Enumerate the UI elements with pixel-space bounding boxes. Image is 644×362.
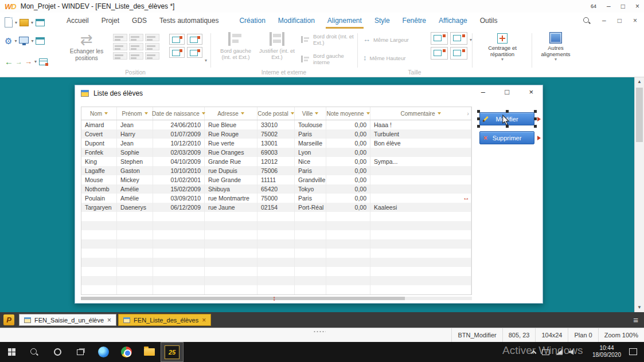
form-minimize-button[interactable]: – (481, 88, 485, 96)
size-option-icon[interactable] (450, 32, 467, 45)
ribbon-tab-6[interactable]: Modification (272, 13, 321, 29)
column-header-5[interactable]: Code postal (257, 107, 295, 120)
filter-funnel-icon[interactable] (366, 112, 370, 115)
document-restore-button[interactable]: □ (618, 17, 622, 25)
scroll-down-icon[interactable]: ▼ (635, 303, 644, 312)
column-header-6[interactable]: Ville (295, 107, 326, 120)
selection-handle[interactable] (534, 110, 537, 113)
size-option-icon[interactable] (450, 47, 467, 60)
scrollbar-thumb[interactable] (636, 88, 643, 142)
document-minimize-button[interactable]: – (602, 17, 606, 25)
tray-expand-icon[interactable] (531, 350, 537, 356)
meme-largeur-button[interactable]: ↔ Même Largeur (363, 36, 426, 44)
task-view-button[interactable] (69, 342, 92, 362)
go-forward-icon[interactable]: → (15, 58, 22, 65)
status-field-2[interactable]: 805, 23 (502, 328, 536, 342)
taskbar-clock[interactable]: 10:44 18/09/2020 (592, 345, 621, 359)
start-button[interactable] (0, 342, 23, 362)
document-close-button[interactable]: × (633, 17, 637, 25)
network-tray-icon[interactable] (556, 349, 563, 355)
column-header-3[interactable]: Date de naissance (153, 107, 205, 120)
ribbon-tab-7[interactable]: Alignement (321, 13, 368, 29)
taskbar-search-button[interactable] (23, 342, 46, 362)
selection-handle[interactable] (534, 125, 537, 128)
chevron-down-icon[interactable]: ▾ (475, 57, 529, 62)
restore-button[interactable]: □ (621, 2, 625, 10)
chevron-down-icon[interactable]: ▾ (15, 20, 17, 25)
minimize-button[interactable]: – (607, 2, 611, 10)
ribbon-tab-10[interactable]: Affichage (432, 13, 474, 29)
chevron-down-icon[interactable]: ▾ (31, 20, 33, 25)
filter-funnel-icon[interactable] (241, 112, 244, 115)
status-field-1[interactable]: BTN_Modifier (451, 328, 502, 342)
edge-button[interactable] (92, 342, 115, 362)
filter-funnel-icon[interactable] (104, 112, 108, 115)
bord-gauche-button[interactable]: Bord gauche (Int. et Ext.) (217, 32, 254, 60)
size-option-icon[interactable] (431, 32, 448, 45)
column-header-7[interactable]: Note moyenne (326, 107, 370, 120)
chevron-down-icon[interactable]: ▾ (535, 57, 576, 62)
align-bottom-icon[interactable] (145, 43, 159, 50)
scrollbar-thumb[interactable] (81, 297, 405, 300)
align-left-icon[interactable] (113, 34, 127, 41)
position-option-icon[interactable] (169, 47, 185, 58)
column-header-1[interactable]: Nom (81, 107, 117, 120)
action-center-icon[interactable] (629, 348, 637, 355)
status-field-3[interactable]: 104x24 (535, 328, 568, 342)
align-right-icon[interactable] (145, 34, 159, 41)
scroll-up-icon[interactable]: ▲ (635, 77, 644, 86)
position-option-icon[interactable] (187, 34, 202, 45)
ribbon-tab-5[interactable]: Création (233, 13, 271, 29)
designed-window[interactable]: Liste des élèves – □ × NomPrénomDate de … (75, 85, 543, 304)
align-center-icon[interactable] (129, 34, 143, 41)
status-field-4[interactable]: Plan 0 (568, 328, 598, 342)
project-badge[interactable]: P (3, 314, 14, 325)
meme-hauteur-button[interactable]: ↕ Même Hauteur (363, 54, 426, 62)
windev-taskbar-button[interactable]: 25 (161, 342, 184, 362)
volume-tray-icon[interactable] (569, 349, 576, 356)
column-header-8[interactable]: Commentaire› (370, 107, 471, 120)
chrome-button[interactable] (115, 342, 138, 362)
open-project-icon[interactable] (19, 19, 29, 26)
navigate-icon[interactable]: → (25, 58, 32, 65)
filter-funnel-icon[interactable] (438, 112, 441, 115)
column-header-4[interactable]: Adresse (205, 107, 257, 120)
new-document-icon[interactable] (5, 17, 13, 27)
canvas-vertical-scrollbar[interactable]: ▲ ▼ (634, 77, 644, 312)
bord-droit-button[interactable]: Bord droit (Int. et Ext.) (301, 33, 356, 46)
table-horizontal-scrollbar[interactable] (81, 297, 472, 300)
selection-handle[interactable] (477, 117, 480, 120)
chevron-down-icon[interactable]: ▾ (34, 59, 37, 64)
ribbon-tab-1[interactable]: Accueil (60, 13, 95, 29)
bord-gauche-interne-button[interactable]: Bord gauche interne (301, 53, 356, 65)
tab-menu-icon[interactable]: ≡ (633, 315, 638, 325)
search-icon[interactable] (583, 17, 591, 25)
form-close-button[interactable]: × (529, 88, 533, 96)
chevron-down-icon[interactable]: ▾ (205, 58, 207, 63)
distribute-h-icon[interactable] (113, 52, 127, 60)
distribute-grid-icon[interactable] (145, 52, 159, 60)
selection-handle[interactable] (477, 110, 480, 113)
ribbon-tab-9[interactable]: Fenêtre (396, 13, 432, 29)
window-grid-icon[interactable] (39, 58, 48, 65)
column-header-2[interactable]: Prénom (117, 107, 153, 120)
supprimer-button[interactable]: × Supprimer (479, 131, 534, 144)
filter-funnel-icon[interactable] (145, 112, 148, 115)
size-option-icon[interactable] (431, 47, 448, 60)
selection-handle[interactable] (534, 117, 537, 120)
ribbon-tab-4[interactable]: Tests automatiques (153, 13, 225, 29)
centrage-button[interactable]: Centrage et répartition ▾ (475, 33, 529, 62)
document-tab-2[interactable]: FEN_Liste_des_élèves× (118, 314, 211, 326)
ribbon-tab-2[interactable]: Projet (95, 13, 126, 29)
window-editor-icon[interactable] (36, 37, 45, 45)
design-canvas[interactable]: Liste des élèves – □ × NomPrénomDate de … (0, 77, 644, 312)
cortana-button[interactable] (46, 342, 69, 362)
position-option-icon[interactable] (187, 47, 202, 58)
close-tab-icon[interactable]: × (107, 317, 111, 324)
go-back-icon[interactable]: ← (5, 57, 13, 66)
align-top-icon[interactable] (113, 43, 127, 50)
close-button[interactable]: × (635, 2, 639, 10)
file-explorer-button[interactable] (138, 342, 161, 362)
form-maximize-button[interactable]: □ (505, 88, 509, 96)
supprimer-button-wrap[interactable]: × Supprimer (479, 131, 534, 144)
